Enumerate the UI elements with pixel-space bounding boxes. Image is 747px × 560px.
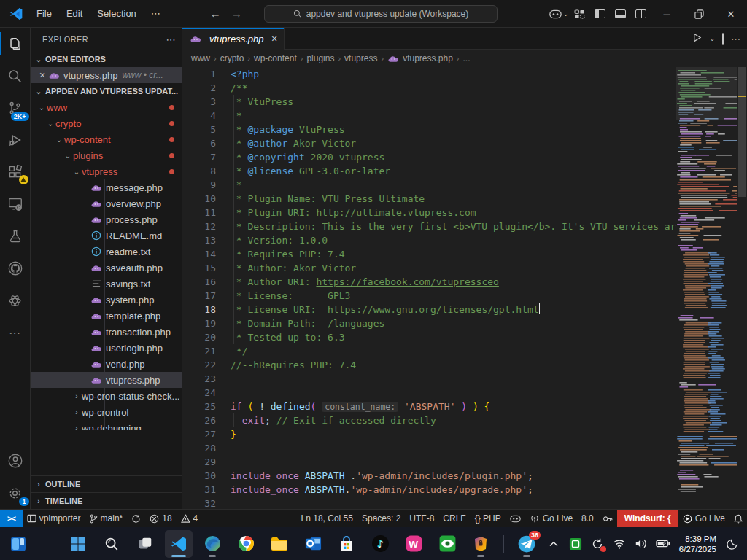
menu-[interactable]: ⋯ [145, 5, 166, 22]
taskbar-vscode-icon[interactable] [165, 530, 193, 558]
tree-folder-crypto[interactable]: ⌄crypto [31, 115, 182, 131]
taskbar-search-icon[interactable] [98, 530, 125, 558]
taskbar-edge-icon[interactable] [198, 530, 226, 558]
customize-layout-icon[interactable] [569, 4, 589, 23]
code-line-1[interactable]: 1<?php [182, 67, 676, 81]
volume-icon[interactable] [632, 533, 650, 555]
tree-file-system.php[interactable]: system.php [31, 292, 182, 308]
tree-file-overview.php[interactable]: overview.php [31, 195, 182, 211]
restore-button[interactable] [683, 0, 715, 28]
tree-folder-wp-content[interactable]: ⌄wp-content [31, 131, 182, 147]
openai-icon[interactable] [0, 284, 31, 316]
tree-folder-wp-debugging[interactable]: ›wp-debugging [31, 420, 182, 430]
code-line-3[interactable]: 3 * VtuPress [182, 95, 676, 109]
encoding[interactable]: UTF-8 [405, 510, 438, 528]
tree-file-saveauth.php[interactable]: saveauth.php [31, 260, 182, 276]
run-dropdown-icon[interactable]: ⌄ [709, 35, 715, 42]
tree-folder-plugins[interactable]: ⌄plugins [31, 147, 182, 163]
toggle-secondary-sidebar-icon[interactable] [630, 4, 651, 23]
code-line-31[interactable]: 31include_once ABSPATH.'wp-admin/include… [182, 483, 676, 497]
code-line-24[interactable]: 24 [182, 386, 676, 400]
tree-folder-www[interactable]: ⌄www [31, 99, 182, 115]
taskbar-chrome-icon[interactable] [232, 530, 260, 558]
minimap[interactable] [676, 67, 737, 509]
tree-folder-wp-cron-status-check...[interactable]: ›wp-cron-status-check... [31, 388, 182, 404]
git-branch[interactable]: main* [85, 510, 128, 528]
more-views-icon[interactable]: ⋯ [0, 316, 31, 349]
indentation[interactable]: Spaces: 2 [357, 510, 405, 528]
tree-file-vend.php[interactable]: vend.php [31, 356, 182, 372]
account-icon[interactable] [0, 445, 31, 477]
open-editors-section[interactable]: ⌄ OPEN EDITORS [31, 51, 182, 67]
menu-file[interactable]: File [31, 5, 58, 22]
language-mode[interactable]: {} PHP [471, 510, 506, 528]
close-button[interactable]: ✕ [715, 0, 747, 28]
code-line-20[interactable]: 20 * Tested up to: 6.3 [182, 330, 676, 344]
cursor-position[interactable]: Ln 18, Col 55 [297, 510, 357, 528]
copilot-status[interactable] [506, 510, 525, 528]
code-line-22[interactable]: 22//--hRequires PHP: 7.4 [182, 358, 676, 372]
code-line-14[interactable]: 14 * Requires PHP: 7.4 [182, 247, 676, 261]
tree-file-README.md[interactable]: README.md [31, 228, 182, 244]
breadcrumb-www[interactable]: www [191, 53, 210, 63]
code-line-21[interactable]: 21 */ [182, 344, 676, 358]
code-line-8[interactable]: 8 * @license GPL-3.0-or-later [182, 164, 676, 178]
code-line-9[interactable]: 9 * [182, 178, 676, 192]
task-view-icon[interactable] [131, 530, 159, 558]
remote-indicator[interactable]: >< [0, 510, 23, 528]
tree-file-savings.txt[interactable]: savings.txt [31, 276, 182, 292]
editor-more-actions[interactable]: ⋯ [731, 34, 741, 44]
settings-gear-icon[interactable]: 1 [0, 477, 31, 509]
problems-errors[interactable]: 18 [145, 510, 176, 528]
extensions-icon[interactable] [0, 156, 31, 188]
taskbar-telegram-icon[interactable]: 36 [513, 530, 541, 558]
tray-green-app-icon[interactable] [567, 533, 584, 555]
tray-chevron-up-icon[interactable] [545, 533, 562, 555]
outline-section[interactable]: › OUTLINE [31, 475, 182, 492]
taskbar-green-eye-app-icon[interactable] [433, 530, 461, 558]
tree-file-process.php[interactable]: process.php [31, 211, 182, 228]
code-line-26[interactable]: 26 exit; // Exit if accessed directly [182, 413, 676, 427]
command-center-search[interactable]: appdev and vtupress update (Workspace) [264, 5, 498, 23]
toggle-panel-icon[interactable] [610, 4, 630, 23]
source-control-icon[interactable]: 2K+ [0, 92, 31, 124]
tree-file-template.php[interactable]: template.php [31, 308, 182, 324]
tree-file-readme.txt[interactable]: readme.txt [31, 244, 182, 260]
start-button[interactable] [64, 530, 92, 558]
testing-icon[interactable] [0, 220, 31, 252]
nav-back-button[interactable]: ← [210, 7, 221, 20]
code-line-25[interactable]: 25if ( ! defined( constant_name: 'ABSPAT… [182, 400, 676, 413]
tray-sync-icon[interactable] [589, 533, 606, 555]
taskbar-outlook-icon[interactable] [299, 530, 327, 558]
run-debug-icon[interactable] [0, 124, 31, 156]
tree-folder-wp-crontrol[interactable]: ›wp-crontrol [31, 404, 182, 420]
workspace-section[interactable]: ⌄ APPDEV AND VTUPRESS UPDAT... [31, 83, 182, 99]
code-line-10[interactable]: 10 * Plugin Name: VTU Press Ultimate [182, 192, 676, 206]
code-line-12[interactable]: 12 * Description: This is the very first… [182, 219, 676, 233]
breadcrumb-crypto[interactable]: crypto [220, 53, 244, 63]
breadcrumb--[interactable]: ... [463, 53, 471, 63]
explorer-more-actions[interactable]: ⋯ [166, 34, 176, 45]
menu-selection[interactable]: Selection [91, 5, 142, 22]
taskbar-brave-icon[interactable] [467, 530, 495, 558]
widgets-icon[interactable] [4, 530, 32, 558]
code-line-11[interactable]: 11 * Plugin URI: http://ultimate.vtupres… [182, 206, 676, 219]
code-line-30[interactable]: 30include_once ABSPATH .'wp-admin/includ… [182, 469, 676, 483]
code-line-7[interactable]: 7 * @copyright 2020 vtupress [182, 150, 676, 164]
eol[interactable]: CRLF [438, 510, 470, 528]
code-line-4[interactable]: 4 * [182, 109, 676, 122]
toggle-primary-sidebar-icon[interactable] [589, 4, 610, 23]
code-editor[interactable]: 1<?php2/**3 * VtuPress4 *5 * @package Vt… [182, 67, 676, 509]
copilot-icon[interactable]: ⌄ [549, 4, 569, 23]
windsurf-status[interactable]: Windsurf: { [617, 510, 678, 528]
go-live-play[interactable]: Go Live [678, 510, 729, 528]
taskbar-file-explorer-icon[interactable] [266, 530, 293, 558]
breadcrumb-vtupress-php[interactable]: vtupress.php [403, 53, 453, 63]
breadcrumb-plugins[interactable]: plugins [306, 53, 334, 63]
go-live-broadcast[interactable]: Go Live [525, 510, 577, 528]
tree-file-vtupress.php[interactable]: vtupress.php [31, 372, 182, 388]
moon-icon[interactable] [724, 533, 741, 555]
wifi-icon[interactable] [611, 533, 628, 555]
explorer-icon[interactable] [0, 28, 31, 60]
php-version[interactable]: 8.0 [577, 510, 598, 528]
